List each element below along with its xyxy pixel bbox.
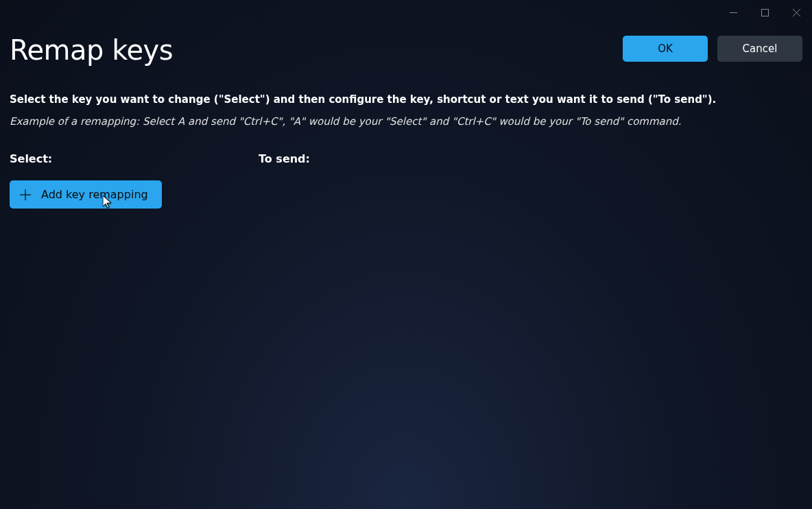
page-title: Remap keys <box>10 34 173 66</box>
to-send-column: To send: <box>259 152 802 165</box>
to-send-label: To send: <box>259 152 310 165</box>
action-buttons: OK Cancel <box>623 36 802 62</box>
select-label: Select: <box>10 152 52 165</box>
titlebar <box>0 0 812 25</box>
instruction-text: Select the key you want to change ("Sele… <box>10 93 802 106</box>
plus-icon <box>19 189 32 201</box>
ok-button[interactable]: OK <box>623 36 708 62</box>
minimize-button[interactable] <box>717 0 749 25</box>
svg-rect-1 <box>761 9 768 16</box>
add-button-label: Add key remapping <box>41 188 148 201</box>
content-area: Remap keys OK Cancel Select the key you … <box>0 25 812 218</box>
select-column: Select: <box>10 152 259 165</box>
header-row: Remap keys OK Cancel <box>10 34 802 66</box>
close-button[interactable] <box>780 0 812 25</box>
close-icon <box>793 6 800 19</box>
maximize-icon <box>761 6 769 19</box>
cancel-button[interactable]: Cancel <box>717 36 802 62</box>
column-headers: Select: To send: <box>10 152 802 165</box>
add-key-remapping-button[interactable]: Add key remapping <box>10 180 162 209</box>
example-text: Example of a remapping: Select A and sen… <box>10 115 802 128</box>
maximize-button[interactable] <box>749 0 780 25</box>
minimize-icon <box>730 6 737 19</box>
